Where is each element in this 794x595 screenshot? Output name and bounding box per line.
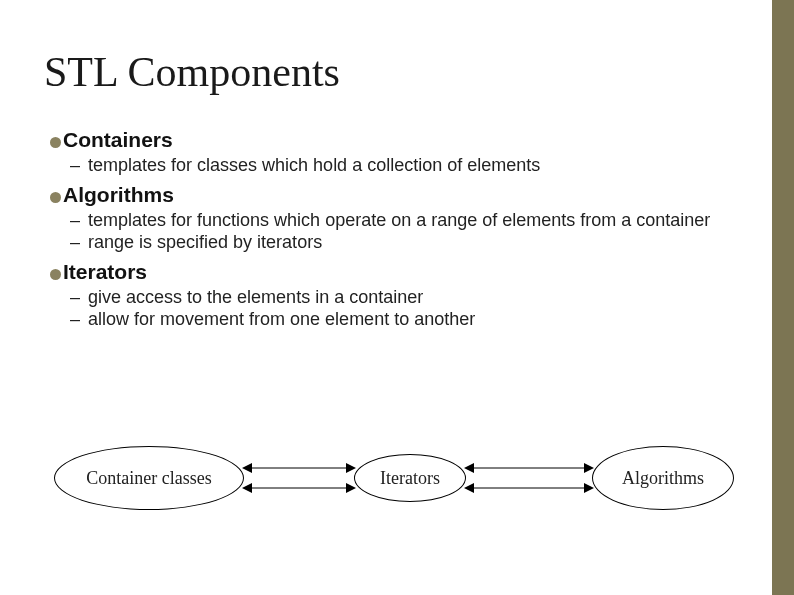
svg-marker-5 <box>242 483 252 493</box>
item-text: templates for functions which operate on… <box>88 209 710 232</box>
dash-icon: – <box>70 286 80 309</box>
slide: STL Components Containers – templates fo… <box>0 0 794 595</box>
side-accent-bar <box>772 0 794 595</box>
node-label: Iterators <box>380 468 440 489</box>
svg-marker-11 <box>464 483 474 493</box>
list-item: – give access to the elements in a conta… <box>70 286 750 309</box>
section-containers: Containers – templates for classes which… <box>44 128 750 177</box>
section-title: Iterators <box>63 260 147 284</box>
bullet-icon <box>50 137 61 148</box>
dash-icon: – <box>70 209 80 232</box>
list-item: – templates for classes which hold a col… <box>70 154 750 177</box>
item-text: allow for movement from one element to a… <box>88 308 475 331</box>
dash-icon: – <box>70 231 80 254</box>
item-text: range is specified by iterators <box>88 231 322 254</box>
diagram-node-container-classes: Container classes <box>54 446 244 510</box>
dash-icon: – <box>70 308 80 331</box>
section-iterators: Iterators – give access to the elements … <box>44 260 750 331</box>
diagram-node-iterators: Iterators <box>354 454 466 502</box>
section-heading: Algorithms <box>50 183 750 207</box>
section-title: Containers <box>63 128 173 152</box>
dash-icon: – <box>70 154 80 177</box>
diagram: Container classes Iterators Algorithms <box>54 432 734 524</box>
section-heading: Iterators <box>50 260 750 284</box>
item-text: templates for classes which hold a colle… <box>88 154 540 177</box>
section-algorithms: Algorithms – templates for functions whi… <box>44 183 750 254</box>
svg-marker-9 <box>464 463 474 473</box>
connector-left <box>242 462 356 494</box>
list-item: – allow for movement from one element to… <box>70 308 750 331</box>
section-title: Algorithms <box>63 183 174 207</box>
bullet-icon <box>50 192 61 203</box>
section-heading: Containers <box>50 128 750 152</box>
diagram-node-algorithms: Algorithms <box>592 446 734 510</box>
svg-marker-4 <box>346 483 356 493</box>
list-item: – templates for functions which operate … <box>70 209 750 232</box>
node-label: Container classes <box>86 468 211 489</box>
node-label: Algorithms <box>622 468 704 489</box>
sub-list: – templates for classes which hold a col… <box>70 154 750 177</box>
list-item: – range is specified by iterators <box>70 231 750 254</box>
bullet-icon <box>50 269 61 280</box>
connector-right <box>464 462 594 494</box>
item-text: give access to the elements in a contain… <box>88 286 423 309</box>
page-title: STL Components <box>44 48 750 96</box>
sub-list: – give access to the elements in a conta… <box>70 286 750 331</box>
sub-list: – templates for functions which operate … <box>70 209 750 254</box>
svg-marker-3 <box>242 463 252 473</box>
